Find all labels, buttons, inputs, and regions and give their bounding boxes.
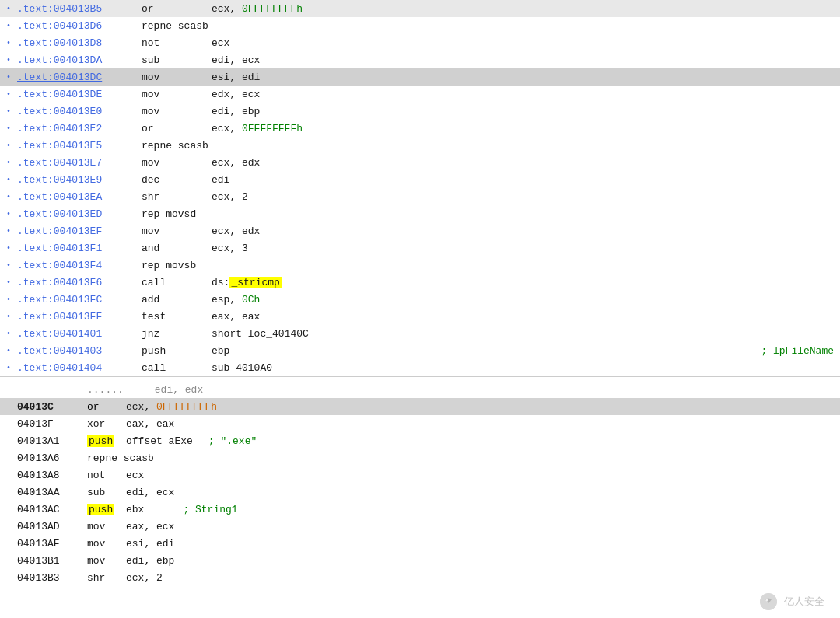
- address: .text:004013FC: [17, 294, 142, 306]
- table-row: • .text:004013D6 repne scasb: [0, 17, 840, 34]
- bullet-icon: •: [6, 141, 17, 150]
- operands: esi, edi: [126, 538, 174, 550]
- table-row: • .text:004013EA shr ecx, 2: [0, 188, 840, 205]
- mnemonic: or: [142, 3, 212, 15]
- address: .text:00401404: [17, 362, 142, 374]
- bullet-icon: •: [6, 261, 17, 270]
- operands: edi, ecx: [126, 487, 174, 498]
- watermark-text: 亿人安全: [784, 595, 824, 607]
- bullet-icon: •: [6, 278, 17, 287]
- address: .text:004013E2: [17, 123, 142, 134]
- table-row: 04013B3 shr ecx, 2: [0, 569, 840, 586]
- table-row: • .text:004013E0 mov edi, ebp: [0, 103, 840, 120]
- table-row: • .text:004013DE mov edx, ecx: [0, 86, 840, 103]
- bullet-icon: •: [6, 5, 17, 13]
- address: .text:004013E0: [17, 106, 142, 117]
- mnemonic: dec: [142, 174, 212, 186]
- bullet-icon: •: [6, 330, 17, 338]
- mnemonic: repne scasb: [87, 452, 126, 464]
- bullet-icon: •: [6, 124, 17, 133]
- mnemonic: jnz: [142, 328, 212, 340]
- operands: edx, ecx: [212, 89, 834, 100]
- mnemonic: push: [142, 345, 212, 357]
- mnemonic: xor: [87, 418, 126, 430]
- table-row: • .text:004013E2 or ecx, 0FFFFFFFFh: [0, 120, 840, 137]
- table-row: 04013A6 repne scasb: [0, 449, 840, 466]
- section-bottom: ...... edi, edx 04013C or ecx, 0FFFFFFFF…: [0, 381, 840, 618]
- mnemonic: and: [142, 243, 212, 254]
- table-row: 04013AF mov esi, edi: [0, 535, 840, 552]
- mnemonic: or: [87, 401, 126, 413]
- address: .text:004013ED: [17, 208, 142, 220]
- mnemonic: shr: [87, 572, 126, 584]
- operands: ecx, 2: [126, 572, 163, 584]
- bullet-icon: •: [6, 159, 17, 167]
- table-row: • .text:00401401 jnz short loc_40140C: [0, 325, 840, 342]
- mnemonic: not: [87, 470, 126, 481]
- table-row: • .text:004013F4 rep movsb: [0, 257, 840, 274]
- mnemonic: mov: [87, 521, 126, 532]
- address: 04013AD: [17, 521, 87, 532]
- operands: edi, ebp: [126, 555, 174, 567]
- mnemonic: mov: [142, 72, 212, 83]
- bullet-icon: •: [6, 295, 17, 304]
- mnemonic: sub: [87, 487, 126, 498]
- bullet-icon: •: [6, 90, 17, 99]
- table-row: • .text:00401404 call sub_4010A0: [0, 359, 840, 376]
- operands: ecx, 2: [212, 191, 834, 203]
- section-divider: [0, 379, 840, 379]
- comment: ; ".exe": [208, 435, 257, 447]
- address: .text:004013D6: [17, 20, 142, 32]
- address: .text:004013B5: [17, 3, 142, 15]
- table-row: • .text:004013F1 and ecx, 3: [0, 239, 840, 257]
- mnemonic: repne scasb: [142, 20, 212, 32]
- mnemonic: call: [142, 362, 212, 374]
- comment: ; String1: [183, 504, 237, 515]
- operands: esi, edi: [212, 72, 834, 83]
- mnemonic: mov: [142, 106, 212, 117]
- bullet-icon: •: [6, 107, 17, 116]
- bullet-icon: •: [6, 193, 17, 201]
- table-row: • .text:004013B5 or ecx, 0FFFFFFFFh: [0, 0, 840, 17]
- address: 04013A8: [17, 470, 87, 481]
- table-row: • .text:004013D8 not ecx: [0, 34, 840, 51]
- table-row: 04013F xor eax, eax: [0, 415, 840, 432]
- operands: edi, ecx: [212, 54, 834, 66]
- address: .text:004013DA: [17, 54, 142, 66]
- table-row: ...... edi, edx: [0, 381, 840, 398]
- operands: ecx, 0FFFFFFFFh: [212, 3, 834, 15]
- address: 04013A1: [17, 435, 87, 447]
- operands: sub_4010A0: [212, 362, 834, 374]
- mnemonic: mov: [142, 225, 212, 237]
- operands: ecx, edx: [212, 157, 834, 169]
- bullet-icon: •: [6, 176, 17, 184]
- table-row: • .text:004013F6 call ds:_stricmp: [0, 274, 840, 291]
- address: 04013F: [17, 418, 87, 430]
- address-active: .text:004013DC: [17, 72, 142, 83]
- table-row: 04013AA sub edi, ecx: [0, 484, 840, 501]
- mnemonic: call: [142, 277, 212, 288]
- address: .text:004013FF: [17, 311, 142, 323]
- operands: ebx: [126, 504, 144, 515]
- mnemonic: mov: [87, 538, 126, 550]
- operands: ecx: [212, 37, 834, 49]
- table-row: • .text:00401403 push ebp ; lpFileName: [0, 342, 840, 359]
- mnemonic: push: [87, 504, 126, 515]
- address: .text:004013E7: [17, 157, 142, 169]
- operands: ebp: [212, 345, 745, 357]
- table-row-highlighted: • .text:004013DC mov esi, edi: [0, 68, 840, 86]
- table-row: 04013AD mov eax, ecx: [0, 518, 840, 535]
- highlighted-mnemonic-2: push: [87, 504, 114, 515]
- bullet-icon: •: [6, 73, 17, 82]
- operands: ecx: [126, 470, 144, 481]
- mnemonic: rep movsb: [142, 260, 212, 271]
- address: .text:004013F4: [17, 260, 142, 271]
- address: .text:004013D8: [17, 37, 142, 49]
- address: .text:00401401: [17, 328, 142, 340]
- operands: ecx, 0FFFFFFFFh: [126, 401, 217, 413]
- table-row: 04013B1 mov edi, ebp: [0, 552, 840, 569]
- address: 04013AA: [17, 487, 87, 498]
- mnemonic: not: [142, 37, 212, 49]
- address: 04013B3: [17, 572, 87, 584]
- mnemonic: sub: [142, 54, 212, 66]
